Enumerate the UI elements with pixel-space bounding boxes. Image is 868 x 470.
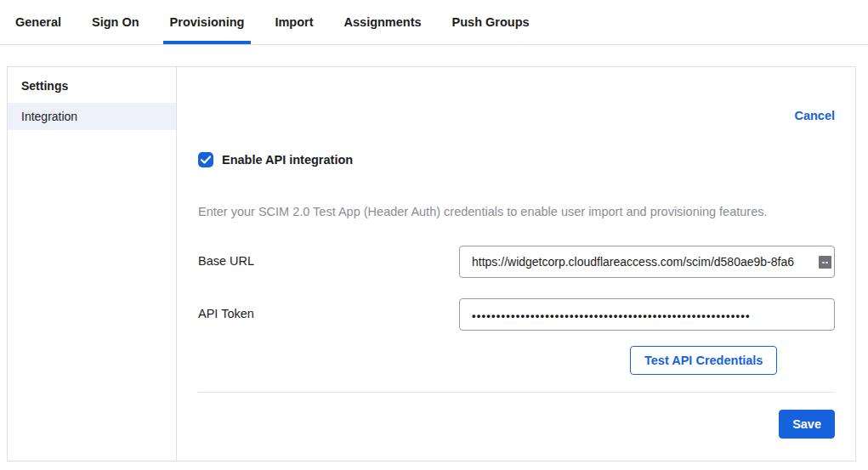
test-api-credentials-button[interactable]: Test API Credentials: [630, 346, 777, 375]
tab-import[interactable]: Import: [275, 0, 313, 44]
test-credentials-row: Test API Credentials: [198, 346, 835, 375]
enable-api-label: Enable API integration: [222, 153, 353, 167]
enable-api-row: Enable API integration: [198, 152, 835, 167]
text-overflow-marker-icon: [819, 256, 831, 269]
api-token-label: API Token: [198, 298, 459, 320]
credentials-description: Enter your SCIM 2.0 Test App (Header Aut…: [198, 203, 835, 220]
cancel-button[interactable]: Cancel: [794, 109, 835, 122]
tab-provisioning[interactable]: Provisioning: [170, 0, 245, 44]
checkmark-icon: [201, 156, 211, 164]
sidebar-header-settings: Settings: [8, 67, 176, 103]
cancel-row: Cancel: [198, 108, 835, 123]
form-footer-divider: [198, 392, 835, 393]
api-token-field-row: API Token ••••••••••••••••••••••••••••••…: [198, 298, 835, 331]
integration-settings-form: Cancel Enable API integration Enter your…: [177, 67, 855, 461]
base-url-label: Base URL: [198, 246, 459, 268]
base-url-value: https://widgetcorp.cloudflareaccess.com/…: [472, 255, 794, 269]
base-url-field-row: Base URL https://widgetcorp.cloudflareac…: [198, 246, 835, 278]
enable-api-checkbox[interactable]: [198, 152, 213, 167]
tab-general[interactable]: General: [15, 0, 61, 44]
tab-sign-on[interactable]: Sign On: [92, 0, 139, 44]
tab-assignments[interactable]: Assignments: [344, 0, 422, 44]
save-row: Save: [198, 410, 835, 439]
api-token-masked-value: ••••••••••••••••••••••••••••••••••••••••…: [472, 308, 751, 322]
sidebar-item-integration[interactable]: Integration: [8, 103, 176, 130]
save-button[interactable]: Save: [779, 410, 835, 439]
base-url-input[interactable]: https://widgetcorp.cloudflareaccess.com/…: [459, 246, 835, 278]
app-tab-bar: General Sign On Provisioning Import Assi…: [0, 0, 868, 45]
provisioning-panel: Settings Integration Cancel Enable API i…: [7, 66, 856, 462]
settings-sidebar: Settings Integration: [8, 67, 177, 461]
tab-push-groups[interactable]: Push Groups: [452, 0, 530, 44]
api-token-input[interactable]: ••••••••••••••••••••••••••••••••••••••••…: [459, 298, 835, 331]
